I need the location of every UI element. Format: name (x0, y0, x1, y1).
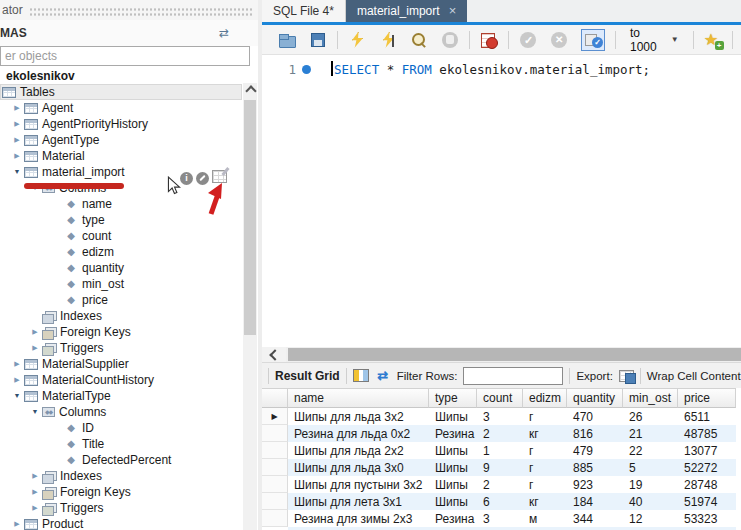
tree-expand-icon[interactable]: ▶ (10, 116, 24, 132)
cell-quantity[interactable]: 885 (567, 459, 623, 476)
cell-edizm[interactable]: кг (523, 425, 567, 442)
cell-quantity[interactable]: 344 (567, 510, 623, 527)
filter-rows-input[interactable] (463, 367, 563, 385)
grid-view-icon[interactable] (353, 369, 369, 382)
cell-min_ost[interactable]: 40 (623, 493, 678, 510)
save-snippet-icon[interactable] (704, 31, 722, 49)
tree-item-agent[interactable]: ▶Agent (0, 100, 242, 116)
tree-collapse-icon[interactable]: ▼ (10, 388, 24, 404)
autocommit-icon[interactable] (581, 29, 605, 51)
cell-type[interactable]: Резина (429, 510, 477, 527)
table-info-icon[interactable]: i (180, 172, 193, 185)
cell-quantity[interactable]: 184 (567, 493, 623, 510)
tree-item-foreign-keys[interactable]: ▶Foreign Keys (0, 484, 242, 500)
limit-rows-combo[interactable]: Limit to 1000 rows▼ (626, 25, 683, 55)
cell-type[interactable]: Шипы (429, 442, 477, 459)
tree-item-defectedpercent[interactable]: ◆DefectedPercent (0, 452, 242, 468)
cell-name[interactable]: Шипы для пустыни 3x2 (288, 476, 429, 493)
tree-item-tables[interactable]: Tables (0, 84, 242, 100)
tree-item-quantity[interactable]: ◆quantity (0, 260, 242, 276)
tree-expand-icon[interactable]: ▶ (10, 100, 24, 116)
tree-expand-icon[interactable]: ▶ (28, 340, 42, 356)
table-row[interactable]: Шипы для лета 3x1Шипы6кг1844051974 (262, 493, 741, 510)
cell-quantity[interactable]: 470 (567, 408, 623, 425)
tree-item-columns[interactable]: ▼Columns (0, 404, 242, 420)
tree-item-edizm[interactable]: ◆edizm (0, 244, 242, 260)
tree-item-product[interactable]: ▶Product (0, 516, 242, 530)
cell-min_ost[interactable]: 19 (623, 476, 678, 493)
execute-current-icon[interactable] (379, 31, 397, 49)
export-icon[interactable] (619, 370, 634, 382)
tree-item-foreign-keys[interactable]: ▶Foreign Keys (0, 324, 242, 340)
cell-edizm[interactable]: г (523, 442, 567, 459)
cell-name[interactable]: Резина для льда 0x2 (288, 425, 429, 442)
cell-count[interactable]: 6 (477, 493, 523, 510)
cell-name[interactable]: Резина для зимы 2x3 (288, 510, 429, 527)
tree-expand-icon[interactable]: ▶ (10, 148, 24, 164)
grid-corner-cell[interactable] (262, 388, 288, 408)
cell-quantity[interactable]: 479 (567, 442, 623, 459)
row-header-cell[interactable] (262, 442, 288, 459)
tab-material-import[interactable]: material_import × (346, 0, 467, 22)
cell-count[interactable]: 3 (477, 510, 523, 527)
stop-on-error-icon[interactable] (480, 31, 498, 49)
tree-item-price[interactable]: ◆price (0, 292, 242, 308)
column-header-count[interactable]: count (477, 388, 523, 408)
column-header-type[interactable]: type (429, 388, 477, 408)
tree-scrollbar-thumb[interactable] (244, 100, 256, 335)
cell-min_ost[interactable]: 12 (623, 510, 678, 527)
editor-horizontal-scrollbar[interactable] (262, 347, 741, 362)
tree-item-id[interactable]: ◆ID (0, 420, 242, 436)
cell-count[interactable]: 3 (477, 408, 523, 425)
execute-icon[interactable] (348, 31, 366, 49)
scroll-up-icon[interactable] (246, 85, 254, 93)
tree-expand-icon[interactable]: ▶ (10, 516, 24, 530)
cell-quantity[interactable]: 923 (567, 476, 623, 493)
row-header-cell[interactable] (262, 493, 288, 510)
cell-min_ost[interactable]: 21 (623, 425, 678, 442)
row-header-cell[interactable] (262, 459, 288, 476)
tree-expand-icon[interactable]: ▶ (28, 468, 42, 484)
cell-price[interactable]: 13077 (678, 442, 736, 459)
cell-type[interactable]: Шипы (429, 459, 477, 476)
cell-min_ost[interactable]: 26 (623, 408, 678, 425)
row-header-cell[interactable] (262, 476, 288, 493)
cell-price[interactable]: 48785 (678, 425, 736, 442)
cell-min_ost[interactable]: 5 (623, 459, 678, 476)
cell-min_ost[interactable]: 22 (623, 442, 678, 459)
tab-sql-file[interactable]: SQL File 4* (262, 0, 346, 22)
tree-item-ekolesnikov[interactable]: ekolesnikov (0, 68, 242, 84)
cell-edizm[interactable]: г (523, 476, 567, 493)
cell-name[interactable]: Шипы для лета 3x1 (288, 493, 429, 510)
close-tab-icon[interactable]: × (449, 0, 457, 22)
schema-filter-input[interactable] (0, 46, 250, 66)
cell-edizm[interactable]: г (523, 408, 567, 425)
table-row[interactable]: ▶Шипы для льда 3x2Шипы3г470266511 (262, 408, 741, 425)
cell-type[interactable]: Резина (429, 425, 477, 442)
explain-icon[interactable] (410, 31, 428, 49)
save-icon[interactable] (309, 31, 327, 49)
cell-count[interactable]: 9 (477, 459, 523, 476)
column-header-quantity[interactable]: quantity (567, 388, 623, 408)
cell-name[interactable]: Шипы для льда 3x0 (288, 459, 429, 476)
cell-quantity[interactable]: 816 (567, 425, 623, 442)
cell-count[interactable]: 1 (477, 442, 523, 459)
cell-price[interactable]: 6511 (678, 408, 736, 425)
cell-type[interactable]: Шипы (429, 476, 477, 493)
cell-edizm[interactable]: кг (523, 493, 567, 510)
cell-price[interactable]: 28748 (678, 476, 736, 493)
tree-expand-icon[interactable]: ▶ (28, 500, 42, 516)
tree-item-materialsupplier[interactable]: ▶MaterialSupplier (0, 356, 242, 372)
cell-price[interactable]: 52272 (678, 459, 736, 476)
tree-expand-icon[interactable]: ▶ (10, 132, 24, 148)
table-row[interactable]: Шипы для пустыни 3x2Шипы2г9231928748 (262, 476, 741, 493)
tree-collapse-icon[interactable]: ▼ (10, 164, 24, 180)
tree-item-indexes[interactable]: Indexes (0, 308, 242, 324)
cell-edizm[interactable]: м (523, 510, 567, 527)
tree-expand-icon[interactable]: ▶ (28, 484, 42, 500)
refresh-grid-icon[interactable]: ⇄ (375, 368, 391, 384)
column-header-min_ost[interactable]: min_ost (623, 388, 678, 408)
cell-type[interactable]: Шипы (429, 408, 477, 425)
cell-name[interactable]: Шипы для льда 3x2 (288, 408, 429, 425)
tree-expand-icon[interactable]: ▶ (28, 324, 42, 340)
